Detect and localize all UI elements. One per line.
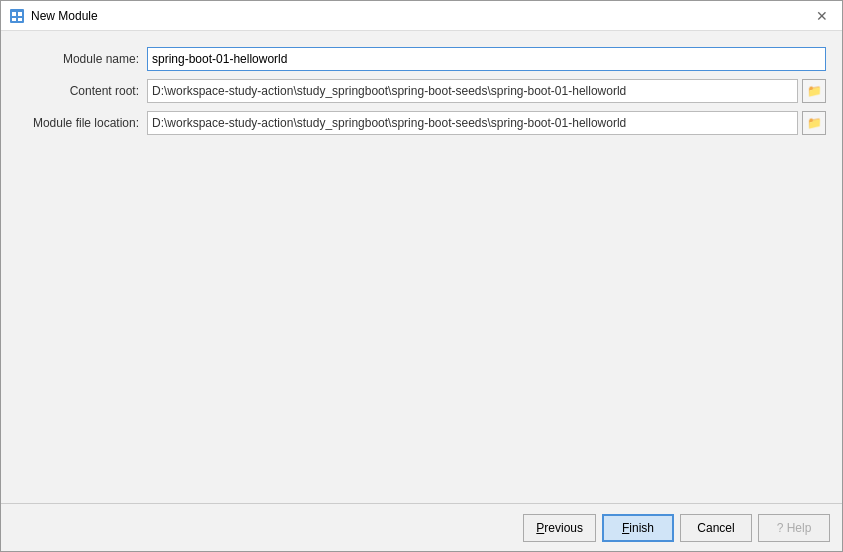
- svg-rect-3: [12, 18, 16, 21]
- module-name-row: Module name:: [17, 47, 826, 71]
- module-icon: [9, 8, 25, 24]
- module-name-label: Module name:: [17, 52, 147, 66]
- cancel-label: Cancel: [697, 521, 734, 535]
- dialog-window: New Module ✕ Module name: Content root: …: [0, 0, 843, 552]
- content-root-row: Content root: 📁: [17, 79, 826, 103]
- svg-rect-1: [12, 12, 16, 16]
- content-root-input-wrap: 📁: [147, 79, 826, 103]
- dialog-footer: Previous Finish Cancel ? Help: [1, 503, 842, 551]
- help-label: ? Help: [777, 521, 812, 535]
- module-name-input[interactable]: [147, 47, 826, 71]
- svg-rect-4: [18, 18, 22, 21]
- content-root-label: Content root:: [17, 84, 147, 98]
- folder-icon: 📁: [807, 84, 822, 98]
- finish-button[interactable]: Finish: [602, 514, 674, 542]
- module-file-location-label: Module file location:: [17, 116, 147, 130]
- window-title: New Module: [31, 9, 804, 23]
- module-file-location-input-wrap: 📁: [147, 111, 826, 135]
- help-button[interactable]: ? Help: [758, 514, 830, 542]
- close-button[interactable]: ✕: [810, 4, 834, 28]
- svg-rect-2: [18, 12, 22, 16]
- title-bar: New Module ✕: [1, 1, 842, 31]
- previous-label: Previous: [536, 521, 583, 535]
- module-file-location-browse-button[interactable]: 📁: [802, 111, 826, 135]
- cancel-button[interactable]: Cancel: [680, 514, 752, 542]
- folder-icon-2: 📁: [807, 116, 822, 130]
- finish-label: Finish: [622, 521, 654, 535]
- module-file-location-row: Module file location: 📁: [17, 111, 826, 135]
- module-name-input-wrap: [147, 47, 826, 71]
- content-root-browse-button[interactable]: 📁: [802, 79, 826, 103]
- module-file-location-input[interactable]: [147, 111, 798, 135]
- previous-button[interactable]: Previous: [523, 514, 596, 542]
- content-root-input[interactable]: [147, 79, 798, 103]
- dialog-content: Module name: Content root: 📁 Module file…: [1, 31, 842, 503]
